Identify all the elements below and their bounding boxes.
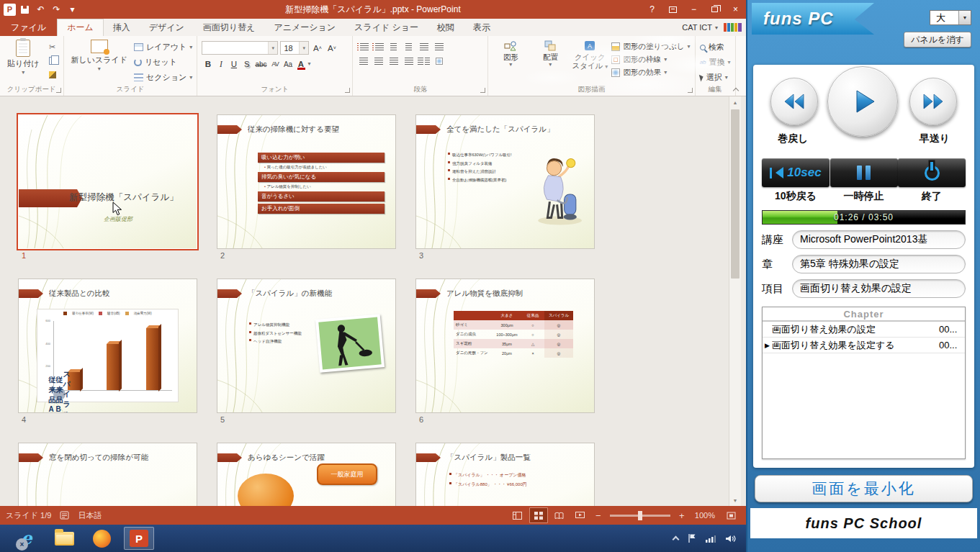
- line-spacing-icon[interactable]: [418, 41, 430, 53]
- slide-thumbnail-2[interactable]: 従来の掃除機に対する要望 吸い込む力が弱い 買った後の吸引力が長続きしたい 排気…: [217, 115, 395, 260]
- numbering-icon[interactable]: [372, 41, 385, 53]
- paste-button[interactable]: 貼り付け ▾: [4, 38, 42, 84]
- minimize-window-button[interactable]: −: [683, 0, 704, 19]
- scroll-down-icon[interactable]: ▼: [729, 494, 741, 506]
- slide-thumbnail-9[interactable]: 「スパイラル」製品一覧 「スパイラル」 ・・・ オープン価格 「スパイラル880…: [416, 443, 594, 506]
- scroll-up-icon[interactable]: ▲: [729, 96, 741, 108]
- tab-file[interactable]: ファイル: [0, 19, 57, 36]
- shape-fill-button[interactable]: 図形の塗りつぶし▾: [611, 42, 690, 52]
- vertical-scrollbar[interactable]: ▲ ▼: [729, 96, 741, 506]
- italic-button[interactable]: I: [215, 58, 227, 71]
- back-10sec-button[interactable]: 10sec: [762, 158, 830, 187]
- action-center-flag-icon[interactable]: [688, 533, 696, 543]
- tab-home[interactable]: ホーム: [57, 19, 104, 36]
- taskbar-app-icon[interactable]: [86, 527, 117, 550]
- tab-insert[interactable]: 挿入: [104, 19, 140, 36]
- customize-qat-icon[interactable]: ▾: [66, 3, 79, 17]
- format-painter-button[interactable]: [46, 69, 59, 80]
- slide-thumbnail-3[interactable]: 全てを満たした「スパイラル」 吸込仕事率630Wのパワフル吸引! 強力脱臭フィル…: [416, 115, 594, 260]
- slideshow-view-button[interactable]: [571, 507, 590, 523]
- slide-thumbnail-7[interactable]: 窓を閉め切っての掃除が可能 7: [19, 443, 197, 506]
- font-name-combo[interactable]: ▾: [202, 41, 278, 55]
- restore-window-button[interactable]: [704, 0, 725, 19]
- account-name[interactable]: CAT ICT ▾: [682, 19, 724, 36]
- tab-design[interactable]: デザイン: [140, 19, 194, 36]
- fit-to-window-button[interactable]: [721, 507, 740, 523]
- save-icon[interactable]: [18, 3, 32, 17]
- font-dialog-launcher-icon[interactable]: [345, 88, 350, 93]
- slide-thumbnail-8[interactable]: あらゆるシーンで活躍 一般家庭用 8: [217, 443, 395, 506]
- zoom-slider[interactable]: [610, 515, 670, 517]
- zoom-slider-thumb[interactable]: [638, 511, 642, 520]
- new-slide-button[interactable]: 新しいスライド ▾: [68, 38, 131, 84]
- zoom-out-button[interactable]: −: [592, 510, 605, 521]
- text-shadow-button[interactable]: S: [240, 58, 253, 71]
- close-panel-tray-icon[interactable]: ×: [16, 538, 28, 551]
- zoom-in-button[interactable]: +: [675, 510, 688, 521]
- align-right-icon[interactable]: [387, 55, 400, 67]
- character-spacing-button[interactable]: AV: [269, 58, 282, 71]
- replace-button[interactable]: ab置換▾: [700, 56, 731, 68]
- shape-outline-button[interactable]: 図形の枠線▾: [611, 55, 690, 65]
- rewind-button[interactable]: [770, 78, 818, 125]
- collapse-ribbon-button[interactable]: [733, 86, 739, 92]
- scrollbar-thumb[interactable]: [731, 109, 740, 279]
- strikethrough-button[interactable]: abc: [253, 58, 268, 71]
- section-button[interactable]: セクション▾: [134, 71, 192, 83]
- copy-button[interactable]: [46, 55, 59, 66]
- hide-panel-button[interactable]: パネルを消す: [904, 32, 971, 47]
- arrange-button[interactable]: 配置 ▾: [532, 38, 568, 84]
- redo-icon[interactable]: ↷: [50, 3, 63, 17]
- increase-font-icon[interactable]: A˄: [311, 42, 323, 55]
- change-case-button[interactable]: Aa: [282, 58, 295, 71]
- drawing-dialog-launcher-icon[interactable]: [688, 88, 693, 93]
- bold-button[interactable]: B: [202, 58, 214, 71]
- convert-smartart-icon[interactable]: [433, 55, 445, 67]
- slide-thumbnail-1[interactable]: 新型掃除機「スパイラル」 企画販促部 1: [19, 115, 197, 260]
- taskbar-explorer-icon[interactable]: [49, 527, 79, 550]
- decrease-indent-icon[interactable]: [387, 41, 400, 53]
- paragraph-dialog-launcher-icon[interactable]: [480, 88, 485, 93]
- justify-icon[interactable]: [403, 55, 415, 67]
- align-left-icon[interactable]: [357, 55, 369, 67]
- cut-button[interactable]: ✂: [46, 42, 59, 53]
- video-progress-bar[interactable]: 01:26 / 03:50: [762, 210, 966, 225]
- zoom-level[interactable]: 100%: [695, 511, 715, 520]
- ribbon-display-options-button[interactable]: [662, 0, 683, 19]
- minimize-panel-button[interactable]: 画面を最小化: [755, 475, 973, 502]
- layout-button[interactable]: レイアウト▾: [134, 41, 192, 53]
- slide-thumbnail-5[interactable]: 「スパイラル」の新機能 アレル物質抑制機能 超微粒ダストセンサー機能 ヘッド自浄…: [217, 279, 395, 424]
- slide-sorter-view-button[interactable]: [529, 507, 548, 523]
- language-indicator[interactable]: 日本語: [78, 510, 102, 521]
- show-hidden-icons-button[interactable]: [673, 536, 680, 543]
- reading-view-button[interactable]: [550, 507, 569, 523]
- pause-button[interactable]: [830, 158, 898, 187]
- play-button[interactable]: [827, 66, 898, 137]
- font-size-select[interactable]: 大 ▼: [930, 10, 971, 25]
- chapter-row[interactable]: 画面切り替え効果の設定 00...: [763, 322, 965, 338]
- help-button[interactable]: ?: [642, 0, 662, 19]
- network-icon[interactable]: [706, 534, 716, 543]
- select-button[interactable]: 選択▾: [700, 71, 731, 83]
- close-window-button[interactable]: ×: [725, 0, 746, 19]
- taskbar-powerpoint-icon[interactable]: P: [124, 527, 154, 550]
- decrease-font-icon[interactable]: A˅: [325, 42, 338, 55]
- normal-view-button[interactable]: [508, 507, 527, 523]
- volume-icon[interactable]: [725, 534, 736, 543]
- increase-indent-icon[interactable]: [403, 41, 415, 53]
- reset-button[interactable]: リセット: [134, 56, 192, 68]
- shape-effects-button[interactable]: 図形の効果▾: [611, 68, 690, 78]
- tab-animations[interactable]: アニメーション: [264, 19, 345, 36]
- tab-review[interactable]: 校閲: [428, 19, 464, 36]
- slide-thumbnail-4[interactable]: 従来製品との比較 吸引仕事率(W) 騒音(dB) 消費電力(W) 600400 …: [19, 279, 197, 424]
- clipboard-dialog-launcher-icon[interactable]: [56, 88, 61, 93]
- power-button[interactable]: [898, 158, 966, 187]
- font-size-combo[interactable]: 18▾: [280, 41, 309, 55]
- tab-view[interactable]: 表示: [464, 19, 500, 36]
- find-button[interactable]: 検索: [700, 41, 731, 53]
- slide-thumbnail-6[interactable]: アレル物質を徹底抑制 大きさ 従来品 スパイラル 砂ゴミ300μm○◎: [416, 279, 594, 424]
- tab-slideshow[interactable]: スライド ショー: [345, 19, 428, 36]
- undo-icon[interactable]: ↶: [34, 3, 48, 17]
- tab-transitions[interactable]: 画面切り替え: [194, 19, 265, 36]
- columns-icon[interactable]: [418, 55, 430, 67]
